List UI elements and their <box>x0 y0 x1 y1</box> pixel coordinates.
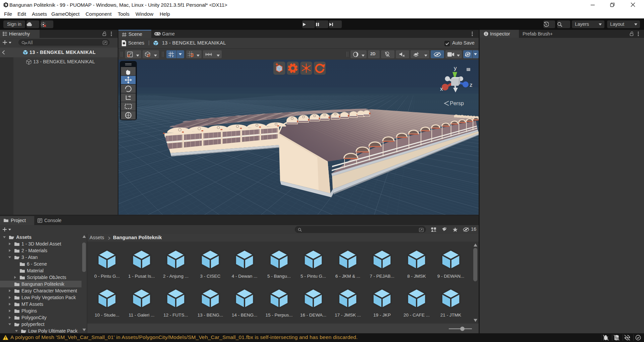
svg-text:z: z <box>470 82 473 88</box>
svg-text:Y: Y <box>172 55 174 58</box>
svg-text:y: y <box>454 65 457 71</box>
svg-text:Persp: Persp <box>450 100 464 106</box>
svg-text:x: x <box>440 86 443 92</box>
